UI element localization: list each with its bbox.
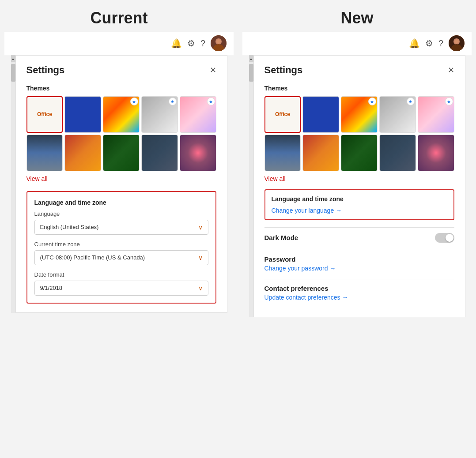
change-language-link[interactable]: Change your language → — [272, 207, 447, 214]
language-chevron-current: ∨ — [198, 224, 203, 231]
scroll-thumb-current[interactable] — [11, 64, 15, 82]
timezone-chevron-current: ∨ — [198, 254, 203, 261]
current-scrollbar[interactable]: ▲ — [11, 55, 15, 313]
scroll-thumb-new[interactable] — [249, 64, 253, 82]
divider-1-new — [264, 227, 454, 228]
new-themes-label: Themes — [264, 85, 454, 92]
star-badge-1-new: ★ — [368, 98, 376, 105]
update-contact-text: Update contact preferences — [264, 294, 340, 301]
svg-point-3 — [216, 39, 221, 44]
theme-sunset-current[interactable] — [64, 135, 101, 171]
language-section-current: Language and time zone Language English … — [26, 191, 216, 304]
theme-sunset-new[interactable] — [302, 135, 339, 171]
timezone-label-current: Current time zone — [34, 241, 208, 248]
dark-mode-toggle[interactable] — [435, 233, 454, 243]
theme-waves-new[interactable] — [379, 135, 416, 171]
change-password-text: Change your password — [264, 265, 328, 272]
theme-gray-current[interactable]: ★ — [141, 96, 178, 133]
date-select-current[interactable]: 9/1/2018 ∨ — [34, 281, 208, 296]
update-contact-arrow: → — [342, 294, 348, 301]
theme-pink-new[interactable]: ★ — [418, 96, 454, 133]
language-label-current: Language — [34, 210, 208, 217]
new-panel-container: 🔔 ⚙ ? ▲ Settings ✕ — [238, 32, 476, 317]
new-settings-header: Settings ✕ — [264, 64, 454, 76]
star-badge-3-new: ★ — [445, 98, 453, 105]
dark-mode-row: Dark Mode — [264, 233, 454, 243]
lang-title-new: Language and time zone — [272, 195, 447, 203]
language-section-new: Language and time zone Change your langu… — [264, 189, 454, 220]
theme-rainbow-new[interactable]: ★ — [341, 96, 378, 133]
current-themes-label: Themes — [26, 85, 216, 92]
star-badge-1-current: ★ — [130, 98, 138, 105]
timezone-select-current[interactable]: (UTC-08:00) Pacific Time (US & Canada) ∨ — [34, 250, 208, 265]
star-badge-3-current: ★ — [207, 98, 215, 105]
new-themes-grid: Office ★ ★ ★ — [264, 96, 454, 171]
new-close-button[interactable]: ✕ — [448, 65, 454, 75]
change-password-link[interactable]: Change your password → — [264, 265, 454, 272]
language-value-current: English (United States) — [40, 224, 99, 230]
theme-glow-current[interactable] — [180, 135, 216, 171]
theme-landscape-new[interactable] — [264, 135, 301, 171]
toggle-knob — [446, 234, 453, 242]
date-label-current: Date format — [34, 271, 208, 278]
theme-office-label-current: Office — [37, 111, 52, 117]
gear-icon-current[interactable]: ⚙ — [187, 38, 195, 49]
current-close-button[interactable]: ✕ — [210, 65, 216, 75]
theme-blue-current[interactable] — [64, 96, 101, 133]
new-settings-title: Settings — [264, 64, 303, 76]
new-settings-panel: Settings ✕ Themes Office ★ ★ — [253, 55, 465, 317]
help-icon-new[interactable]: ? — [438, 38, 443, 49]
new-scrollbar[interactable]: ▲ — [249, 55, 253, 317]
theme-office-new[interactable]: Office — [264, 96, 301, 133]
theme-landscape-current[interactable] — [26, 135, 63, 171]
current-settings-panel: Settings ✕ Themes Office ★ ★ — [15, 55, 227, 313]
theme-waves-current[interactable] — [141, 135, 178, 171]
theme-pink-current[interactable]: ★ — [180, 96, 216, 133]
current-panel-container: 🔔 ⚙ ? ▲ Settings ✕ — [0, 32, 238, 317]
theme-circuit-current[interactable] — [103, 135, 140, 171]
star-badge-2-current: ★ — [169, 98, 177, 105]
theme-glow-new[interactable] — [418, 135, 454, 171]
date-chevron-current: ∨ — [198, 285, 203, 292]
update-contact-link[interactable]: Update contact preferences → — [264, 294, 454, 301]
avatar-new[interactable] — [449, 35, 465, 51]
new-label: New — [238, 0, 476, 32]
new-toolbar: 🔔 ⚙ ? — [242, 32, 472, 55]
scroll-up-new[interactable]: ▲ — [249, 55, 253, 62]
current-panel-wrapper: ▲ Settings ✕ Themes Office ★ — [11, 55, 227, 313]
password-section: Password Change your password → — [264, 255, 454, 272]
new-panel-wrapper: ▲ Settings ✕ Themes Office ★ — [249, 55, 465, 317]
gear-icon-new[interactable]: ⚙ — [425, 38, 433, 49]
current-settings-title: Settings — [26, 64, 65, 76]
theme-office-current[interactable]: Office — [26, 96, 63, 133]
contact-section: Contact preferences Update contact prefe… — [264, 285, 454, 301]
bell-icon-current[interactable]: 🔔 — [171, 38, 182, 49]
divider-3-new — [264, 279, 454, 279]
view-all-current[interactable]: View all — [26, 175, 48, 182]
current-themes-grid: Office ★ ★ ★ — [26, 96, 216, 171]
help-icon-current[interactable]: ? — [200, 38, 205, 49]
divider-2-new — [264, 250, 454, 250]
theme-circuit-new[interactable] — [341, 135, 378, 171]
date-value-current: 9/1/2018 — [40, 285, 63, 291]
password-title: Password — [264, 255, 454, 263]
scroll-up-current[interactable]: ▲ — [11, 55, 15, 62]
current-settings-header: Settings ✕ — [26, 64, 216, 76]
change-language-arrow: → — [336, 207, 342, 214]
theme-blue-new[interactable] — [302, 96, 339, 133]
view-all-new[interactable]: View all — [264, 175, 286, 182]
dark-mode-label: Dark Mode — [264, 234, 298, 241]
svg-point-7 — [454, 39, 459, 44]
bell-icon-new[interactable]: 🔔 — [409, 38, 420, 49]
avatar-current[interactable] — [211, 35, 227, 51]
theme-rainbow-current[interactable]: ★ — [103, 96, 140, 133]
change-language-text: Change your language — [272, 207, 334, 214]
current-toolbar: 🔔 ⚙ ? — [4, 32, 234, 55]
lang-title-current: Language and time zone — [34, 199, 208, 206]
theme-gray-new[interactable]: ★ — [379, 96, 416, 133]
contact-title: Contact preferences — [264, 285, 454, 292]
change-password-arrow: → — [329, 265, 336, 272]
current-label: Current — [0, 0, 238, 32]
language-select-current[interactable]: English (United States) ∨ — [34, 220, 208, 235]
timezone-value-current: (UTC-08:00) Pacific Time (US & Canada) — [40, 254, 145, 261]
